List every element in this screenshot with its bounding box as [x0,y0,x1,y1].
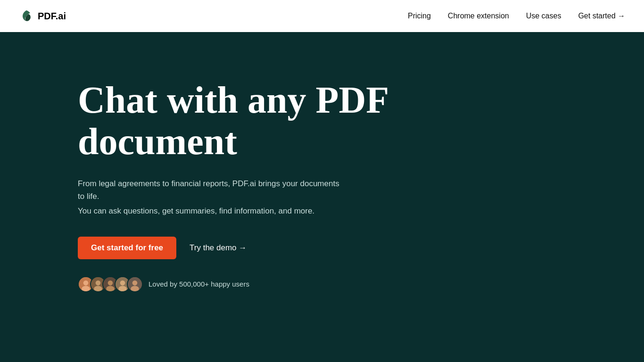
svg-point-11 [118,286,127,291]
try-demo-button[interactable]: Try the demo → [190,243,247,253]
logo-icon [19,8,34,24]
social-proof: Loved by 500,000+ happy users [78,276,566,292]
avatar-5 [127,276,143,292]
svg-point-8 [106,286,115,291]
main-nav: Pricing Chrome extension Use cases Get s… [408,12,625,20]
cta-row: Get started for free Try the demo → [78,237,566,259]
hero-subtitle-line2: You can ask questions, get summaries, fi… [78,205,342,217]
nav-pricing[interactable]: Pricing [408,12,431,20]
nav-use-cases[interactable]: Use cases [526,12,561,20]
svg-point-5 [94,286,102,291]
svg-point-2 [82,286,90,291]
hero-subtitle: From legal agreements to financial repor… [78,177,342,218]
svg-point-13 [132,280,138,286]
svg-point-4 [96,280,101,286]
logo-text: PDF.ai [38,11,66,22]
avatar-5-icon [128,276,142,292]
logo-link[interactable]: PDF.ai [19,8,66,24]
site-header: PDF.ai Pricing Chrome extension Use case… [0,0,644,32]
svg-point-14 [131,286,139,291]
social-proof-text: Loved by 500,000+ happy users [149,280,249,288]
svg-point-10 [120,280,125,286]
nav-get-started[interactable]: Get started → [578,12,625,20]
avatars-group [78,276,143,292]
nav-chrome-extension[interactable]: Chrome extension [448,12,509,20]
hero-section: Chat with any PDF document From legal ag… [0,32,644,362]
svg-point-7 [108,280,113,286]
svg-point-1 [83,280,89,286]
hero-subtitle-line1: From legal agreements to financial repor… [78,177,342,203]
get-started-button[interactable]: Get started for free [78,237,176,259]
hero-title: Chat with any PDF document [78,79,436,162]
